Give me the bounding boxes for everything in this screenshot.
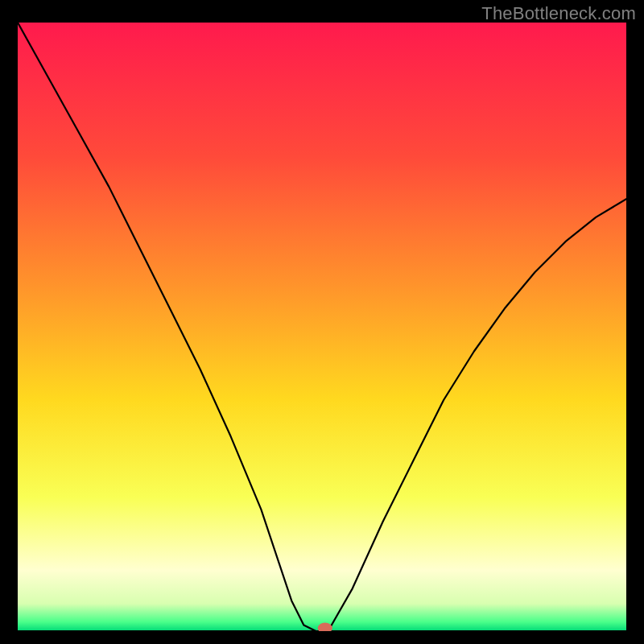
gradient-background [18,23,626,631]
plot-area [18,23,626,631]
chart-frame: TheBottleneck.com [0,0,644,644]
watermark-text: TheBottleneck.com [481,3,636,24]
chart-svg [18,23,626,631]
